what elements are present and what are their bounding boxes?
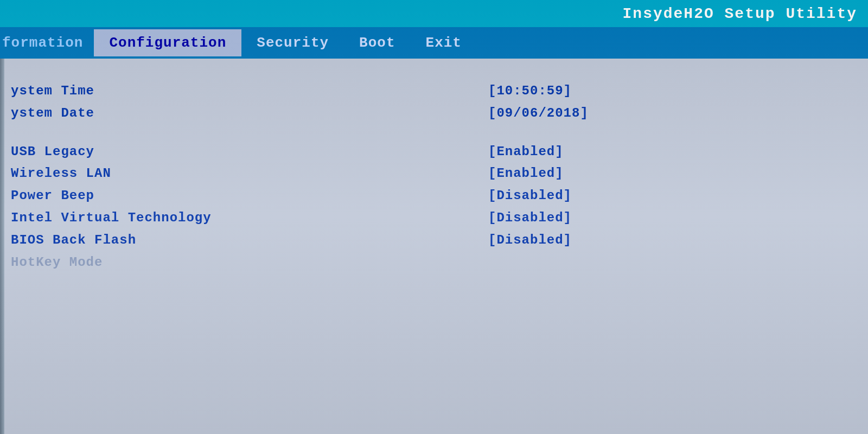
spacer (11, 125, 445, 141)
menu-item-exit[interactable]: Exit (411, 29, 477, 56)
table-row: [Disabled] (488, 229, 868, 252)
wireless-lan-value[interactable]: [Enabled] (488, 163, 564, 185)
table-row: ystem Date (11, 103, 445, 125)
system-time-value[interactable]: [10:50:59] (488, 80, 572, 103)
table-row: [Disabled] (488, 185, 868, 207)
table-row: BIOS Back Flash (11, 229, 445, 252)
power-beep-label: Power Beep (11, 185, 94, 207)
table-row: USB Legacy (11, 141, 445, 163)
menu-item-boot[interactable]: Boot (344, 29, 410, 56)
usb-legacy-value[interactable]: [Enabled] (488, 141, 564, 163)
table-row: [Enabled] (488, 163, 868, 185)
intel-vt-label: Intel Virtual Technology (11, 207, 212, 229)
app-title: InsydeH2O Setup Utility (623, 5, 857, 22)
menu-bar: formation Configuration Security Boot Ex… (0, 27, 868, 59)
table-row: HotKey Mode (11, 252, 445, 274)
left-panel: ystem Time ystem Date USB Legacy Wireles… (0, 59, 445, 434)
title-bar: InsydeH2O Setup Utility (0, 0, 868, 27)
table-row: Wireless LAN (11, 163, 445, 185)
table-row: [Disabled] (488, 207, 868, 229)
table-row: [10:50:59] (488, 80, 868, 103)
hotkey-mode-label: HotKey Mode (11, 252, 103, 274)
right-panel: [10:50:59] [09/06/2018] [Enabled] [Enabl… (445, 59, 868, 434)
table-row: [Enabled] (488, 141, 868, 163)
wireless-lan-label: Wireless LAN (11, 163, 111, 185)
usb-legacy-label: USB Legacy (11, 141, 94, 163)
table-row: Intel Virtual Technology (11, 207, 445, 229)
system-time-label: ystem Time (11, 80, 94, 103)
table-row: [09/06/2018] (488, 103, 868, 125)
menu-item-information[interactable]: formation (0, 29, 94, 56)
intel-vt-value[interactable]: [Disabled] (488, 207, 572, 229)
bios-back-flash-label: BIOS Back Flash (11, 229, 136, 252)
bios-back-flash-value[interactable]: [Disabled] (488, 229, 572, 252)
table-row: ystem Time (11, 80, 445, 103)
content-area: ystem Time ystem Date USB Legacy Wireles… (0, 59, 868, 434)
power-beep-value[interactable]: [Disabled] (488, 185, 572, 207)
menu-item-security[interactable]: Security (241, 29, 344, 56)
spacer (488, 125, 868, 141)
system-date-value[interactable]: [09/06/2018] (488, 103, 589, 125)
system-date-label: ystem Date (11, 103, 94, 125)
table-row: Power Beep (11, 185, 445, 207)
menu-item-configuration[interactable]: Configuration (94, 29, 241, 56)
